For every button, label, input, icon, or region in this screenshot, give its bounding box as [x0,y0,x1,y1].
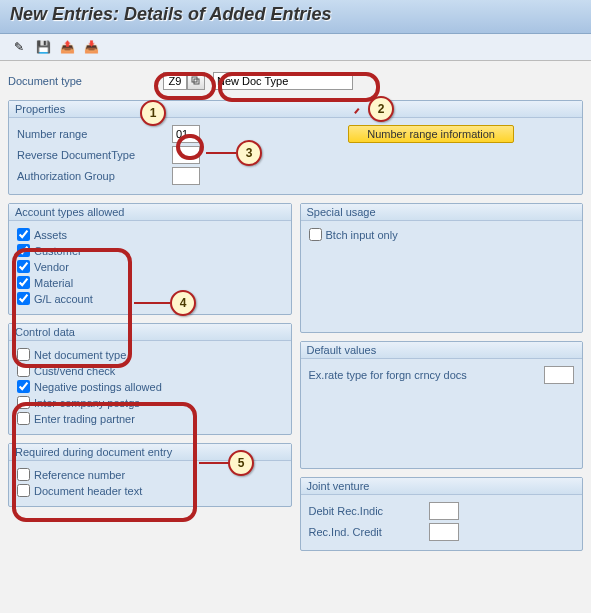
checkbox-negative-postings-input[interactable] [17,380,30,393]
control-data-title: Control data [9,324,291,341]
window-header: New Entries: Details of Added Entries [0,0,591,34]
number-range-label: Number range [17,128,172,140]
checkbox-gl-account[interactable]: G/L account [17,292,283,305]
checkbox-cust-vend-check[interactable]: Cust/vend check [17,364,283,377]
debit-rec-indic-input[interactable] [429,502,459,520]
checkbox-batch-input-only-input[interactable] [309,228,322,241]
checkbox-assets-input[interactable] [17,228,30,241]
prev-entry-icon[interactable]: 📤 [58,38,76,56]
properties-title: Properties [9,101,582,118]
checkbox-assets[interactable]: Assets [17,228,283,241]
toggle-change-icon[interactable]: ✎ [10,38,28,56]
control-data-panel: Control data Net document type Cust/vend… [8,323,292,435]
save-icon[interactable]: 💾 [34,38,52,56]
joint-venture-panel: Joint venture Debit Rec.Indic Rec.Ind. C… [300,477,584,551]
next-entry-icon[interactable]: 📥 [82,38,100,56]
exrate-type-input[interactable] [544,366,574,384]
checkbox-net-doc-type-input[interactable] [17,348,30,361]
checkbox-cust-vend-check-input[interactable] [17,364,30,377]
checkbox-batch-input-only[interactable]: Btch input only [309,228,575,241]
required-entry-panel: Required during document entry Reference… [8,443,292,507]
exrate-type-label: Ex.rate type for forgn crncy docs [309,369,545,381]
document-type-code-input[interactable] [163,72,187,90]
page-title: New Entries: Details of Added Entries [10,4,581,25]
checkbox-trading-partner[interactable]: Enter trading partner [17,412,283,425]
default-values-title: Default values [301,342,583,359]
checkbox-inter-company-input[interactable] [17,396,30,409]
checkbox-customer[interactable]: Customer [17,244,283,257]
checkbox-trading-partner-input[interactable] [17,412,30,425]
authorization-group-label: Authorization Group [17,170,172,182]
search-help-icon[interactable] [187,72,205,90]
checkbox-reference-number[interactable]: Reference number [17,468,283,481]
number-range-info-button[interactable]: Number range information [348,125,514,143]
special-usage-title: Special usage [301,204,583,221]
checkbox-doc-header-text-input[interactable] [17,484,30,497]
checkbox-gl-account-input[interactable] [17,292,30,305]
rec-ind-credit-input[interactable] [429,523,459,541]
checkbox-vendor-input[interactable] [17,260,30,273]
checkbox-inter-company[interactable]: Inter-company postgs [17,396,283,409]
reverse-doc-type-input[interactable] [172,146,200,164]
default-values-panel: Default values Ex.rate type for forgn cr… [300,341,584,469]
debit-rec-indic-label: Debit Rec.Indic [309,505,429,517]
checkbox-doc-header-text[interactable]: Document header text [17,484,283,497]
reverse-doc-type-label: Reverse DocumentType [17,149,172,161]
number-range-input[interactable] [172,125,200,143]
checkbox-net-doc-type[interactable]: Net document type [17,348,283,361]
checkbox-reference-number-input[interactable] [17,468,30,481]
properties-panel: Properties Number range Number range inf… [8,100,583,195]
special-usage-panel: Special usage Btch input only [300,203,584,333]
document-type-label: Document type [8,75,163,87]
rec-ind-credit-label: Rec.Ind. Credit [309,526,429,538]
document-type-name-input[interactable] [213,72,353,90]
checkbox-negative-postings[interactable]: Negative postings allowed [17,380,283,393]
account-types-title: Account types allowed [9,204,291,221]
checkbox-material-input[interactable] [17,276,30,289]
checkbox-vendor[interactable]: Vendor [17,260,283,273]
toolbar: ✎ 💾 📤 📥 [0,34,591,61]
checkbox-customer-input[interactable] [17,244,30,257]
joint-venture-title: Joint venture [301,478,583,495]
required-entry-title: Required during document entry [9,444,291,461]
authorization-group-input[interactable] [172,167,200,185]
account-types-panel: Account types allowed Assets Customer Ve… [8,203,292,315]
checkbox-material[interactable]: Material [17,276,283,289]
